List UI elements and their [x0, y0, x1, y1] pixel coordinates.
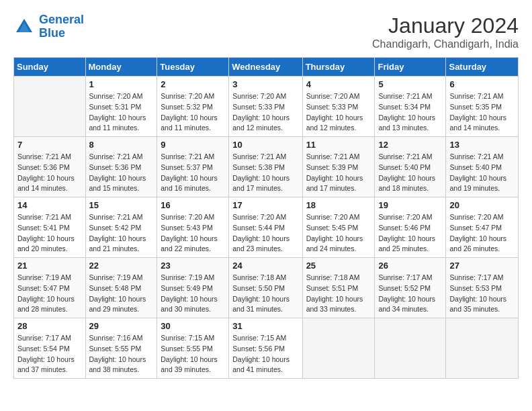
- day-number: 10: [232, 140, 298, 150]
- day-info: Sunrise: 7:19 AM Sunset: 5:49 PM Dayligh…: [161, 273, 225, 315]
- day-number: 1: [89, 79, 154, 89]
- day-number: 9: [161, 140, 225, 150]
- col-header-sunday: Sunday: [14, 58, 86, 77]
- day-info: Sunrise: 7:21 AM Sunset: 5:39 PM Dayligh…: [306, 152, 371, 194]
- calendar-table: SundayMondayTuesdayWednesdayThursdayFrid…: [13, 57, 519, 379]
- week-row-5: 28Sunrise: 7:17 AM Sunset: 5:54 PM Dayli…: [14, 318, 519, 379]
- page-header: General Blue January 2024 Chandigarh, Ch…: [13, 13, 519, 50]
- calendar-cell: [302, 318, 375, 379]
- calendar-cell: 30Sunrise: 7:15 AM Sunset: 5:55 PM Dayli…: [157, 318, 229, 379]
- day-number: 26: [378, 261, 442, 271]
- day-number: 19: [378, 200, 442, 210]
- day-info: Sunrise: 7:18 AM Sunset: 5:51 PM Dayligh…: [306, 273, 371, 315]
- calendar-cell: 15Sunrise: 7:21 AM Sunset: 5:42 PM Dayli…: [85, 197, 157, 258]
- calendar-cell: 14Sunrise: 7:21 AM Sunset: 5:41 PM Dayli…: [14, 197, 86, 258]
- day-number: 6: [449, 79, 515, 89]
- day-number: 2: [161, 79, 225, 89]
- calendar-cell: 20Sunrise: 7:20 AM Sunset: 5:47 PM Dayli…: [446, 197, 519, 258]
- week-row-2: 7Sunrise: 7:21 AM Sunset: 5:36 PM Daylig…: [14, 137, 519, 197]
- calendar-cell: 13Sunrise: 7:21 AM Sunset: 5:40 PM Dayli…: [446, 137, 519, 197]
- day-info: Sunrise: 7:17 AM Sunset: 5:52 PM Dayligh…: [378, 273, 442, 315]
- day-info: Sunrise: 7:19 AM Sunset: 5:47 PM Dayligh…: [17, 273, 82, 315]
- col-header-saturday: Saturday: [446, 58, 519, 77]
- day-number: 11: [306, 140, 371, 150]
- day-info: Sunrise: 7:15 AM Sunset: 5:56 PM Dayligh…: [232, 333, 298, 375]
- day-info: Sunrise: 7:21 AM Sunset: 5:38 PM Dayligh…: [232, 152, 298, 194]
- calendar-cell: 2Sunrise: 7:20 AM Sunset: 5:32 PM Daylig…: [157, 77, 229, 137]
- logo-text: General Blue: [39, 13, 84, 40]
- calendar-cell: 16Sunrise: 7:20 AM Sunset: 5:43 PM Dayli…: [157, 197, 229, 258]
- location-subtitle: Chandigarh, Chandigarh, India: [372, 38, 519, 50]
- calendar-cell: 10Sunrise: 7:21 AM Sunset: 5:38 PM Dayli…: [229, 137, 302, 197]
- calendar-cell: 6Sunrise: 7:21 AM Sunset: 5:35 PM Daylig…: [446, 77, 519, 137]
- day-number: 13: [449, 140, 515, 150]
- day-info: Sunrise: 7:21 AM Sunset: 5:35 PM Dayligh…: [449, 91, 515, 134]
- calendar-cell: 9Sunrise: 7:21 AM Sunset: 5:37 PM Daylig…: [157, 137, 229, 197]
- day-info: Sunrise: 7:20 AM Sunset: 5:46 PM Dayligh…: [378, 212, 442, 255]
- day-info: Sunrise: 7:21 AM Sunset: 5:40 PM Dayligh…: [449, 152, 515, 194]
- calendar-cell: 31Sunrise: 7:15 AM Sunset: 5:56 PM Dayli…: [229, 318, 302, 379]
- day-info: Sunrise: 7:20 AM Sunset: 5:32 PM Dayligh…: [161, 91, 225, 134]
- calendar-cell: 4Sunrise: 7:20 AM Sunset: 5:33 PM Daylig…: [302, 77, 375, 137]
- day-info: Sunrise: 7:17 AM Sunset: 5:53 PM Dayligh…: [449, 273, 515, 315]
- day-info: Sunrise: 7:20 AM Sunset: 5:43 PM Dayligh…: [161, 212, 225, 255]
- calendar-cell: 25Sunrise: 7:18 AM Sunset: 5:51 PM Dayli…: [302, 258, 375, 318]
- day-info: Sunrise: 7:21 AM Sunset: 5:40 PM Dayligh…: [378, 152, 442, 194]
- day-number: 5: [378, 79, 442, 89]
- calendar-cell: 24Sunrise: 7:18 AM Sunset: 5:50 PM Dayli…: [229, 258, 302, 318]
- calendar-cell: 23Sunrise: 7:19 AM Sunset: 5:49 PM Dayli…: [157, 258, 229, 318]
- calendar-cell: 18Sunrise: 7:20 AM Sunset: 5:45 PM Dayli…: [302, 197, 375, 258]
- day-number: 8: [89, 140, 154, 150]
- day-info: Sunrise: 7:18 AM Sunset: 5:50 PM Dayligh…: [232, 273, 298, 315]
- day-info: Sunrise: 7:20 AM Sunset: 5:45 PM Dayligh…: [306, 212, 371, 255]
- day-info: Sunrise: 7:21 AM Sunset: 5:41 PM Dayligh…: [17, 212, 82, 255]
- calendar-cell: 29Sunrise: 7:16 AM Sunset: 5:55 PM Dayli…: [85, 318, 157, 379]
- day-info: Sunrise: 7:17 AM Sunset: 5:54 PM Dayligh…: [17, 333, 82, 375]
- day-number: 20: [449, 200, 515, 210]
- calendar-cell: 21Sunrise: 7:19 AM Sunset: 5:47 PM Dayli…: [14, 258, 86, 318]
- week-row-4: 21Sunrise: 7:19 AM Sunset: 5:47 PM Dayli…: [14, 258, 519, 318]
- day-info: Sunrise: 7:19 AM Sunset: 5:48 PM Dayligh…: [89, 273, 154, 315]
- day-number: 25: [306, 261, 371, 271]
- logo: General Blue: [13, 13, 84, 40]
- day-info: Sunrise: 7:21 AM Sunset: 5:36 PM Dayligh…: [17, 152, 82, 194]
- day-number: 31: [232, 321, 298, 331]
- header-row: SundayMondayTuesdayWednesdayThursdayFrid…: [14, 58, 519, 77]
- calendar-cell: 12Sunrise: 7:21 AM Sunset: 5:40 PM Dayli…: [375, 137, 446, 197]
- calendar-cell: 27Sunrise: 7:17 AM Sunset: 5:53 PM Dayli…: [446, 258, 519, 318]
- col-header-wednesday: Wednesday: [229, 58, 302, 77]
- day-info: Sunrise: 7:21 AM Sunset: 5:36 PM Dayligh…: [89, 152, 154, 194]
- calendar-cell: 8Sunrise: 7:21 AM Sunset: 5:36 PM Daylig…: [85, 137, 157, 197]
- day-number: 16: [161, 200, 225, 210]
- day-number: 27: [449, 261, 515, 271]
- day-number: 18: [306, 200, 371, 210]
- calendar-cell: 5Sunrise: 7:21 AM Sunset: 5:34 PM Daylig…: [375, 77, 446, 137]
- col-header-monday: Monday: [85, 58, 157, 77]
- day-info: Sunrise: 7:20 AM Sunset: 5:33 PM Dayligh…: [232, 91, 298, 134]
- day-number: 30: [161, 321, 225, 331]
- month-title: January 2024: [372, 13, 519, 38]
- day-number: 24: [232, 261, 298, 271]
- calendar-cell: 1Sunrise: 7:20 AM Sunset: 5:31 PM Daylig…: [85, 77, 157, 137]
- col-header-tuesday: Tuesday: [157, 58, 229, 77]
- day-number: 4: [306, 79, 371, 89]
- calendar-cell: 11Sunrise: 7:21 AM Sunset: 5:39 PM Dayli…: [302, 137, 375, 197]
- day-number: 17: [232, 200, 298, 210]
- day-info: Sunrise: 7:21 AM Sunset: 5:34 PM Dayligh…: [378, 91, 442, 134]
- calendar-cell: [446, 318, 519, 379]
- calendar-cell: [14, 77, 86, 137]
- day-number: 3: [232, 79, 298, 89]
- day-number: 28: [17, 321, 82, 331]
- day-number: 14: [17, 200, 82, 210]
- week-row-1: 1Sunrise: 7:20 AM Sunset: 5:31 PM Daylig…: [14, 77, 519, 137]
- day-info: Sunrise: 7:21 AM Sunset: 5:37 PM Dayligh…: [161, 152, 225, 194]
- day-number: 22: [89, 261, 154, 271]
- title-block: January 2024 Chandigarh, Chandigarh, Ind…: [372, 13, 519, 50]
- calendar-cell: [375, 318, 446, 379]
- col-header-friday: Friday: [375, 58, 446, 77]
- day-info: Sunrise: 7:20 AM Sunset: 5:31 PM Dayligh…: [89, 91, 154, 134]
- day-info: Sunrise: 7:20 AM Sunset: 5:44 PM Dayligh…: [232, 212, 298, 255]
- day-number: 15: [89, 200, 154, 210]
- calendar-cell: 22Sunrise: 7:19 AM Sunset: 5:48 PM Dayli…: [85, 258, 157, 318]
- day-number: 7: [17, 140, 82, 150]
